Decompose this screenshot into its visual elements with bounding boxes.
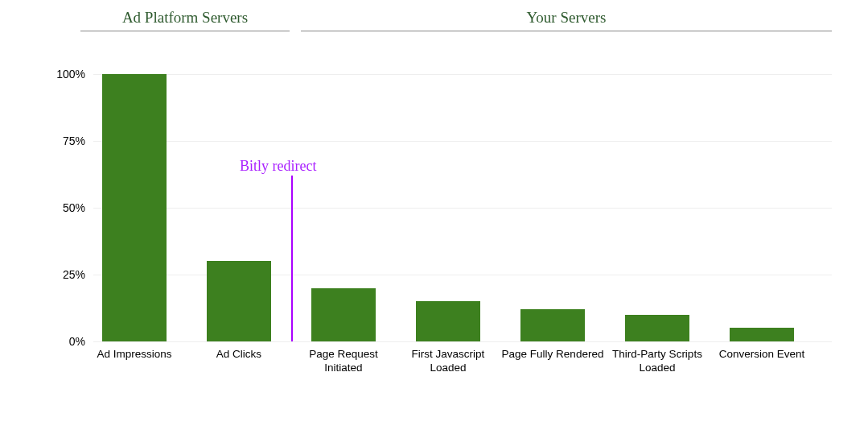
bar-first-js-loaded <box>416 301 480 341</box>
y-tick-100: 100% <box>37 68 85 81</box>
annotation-bitly-line <box>291 176 293 341</box>
funnel-bar-chart: Ad Platform Servers Your Servers 100% 75… <box>0 0 868 430</box>
gridline-75 <box>93 141 832 142</box>
y-tick-0: 0% <box>37 335 85 348</box>
bar-conversion-event <box>730 328 794 341</box>
bar-ad-clicks <box>207 261 271 341</box>
group-underline-ad-platform <box>80 31 290 31</box>
group-label-your-servers: Your Servers <box>301 5 832 31</box>
x-label-ad-impressions: Ad Impressions <box>82 348 187 362</box>
gridline-0 <box>93 341 832 342</box>
y-tick-75: 75% <box>37 134 85 147</box>
bar-page-fully-rendered <box>520 309 585 341</box>
gridline-100 <box>93 74 832 75</box>
bar-third-party-scripts <box>625 315 689 341</box>
x-label-third-party: Third-Party Scripts Loaded <box>605 348 710 375</box>
x-label-conversion: Conversion Event <box>710 348 814 362</box>
bar-ad-impressions <box>102 74 167 341</box>
x-label-ad-clicks: Ad Clicks <box>187 348 291 362</box>
x-label-page-request: Page Request Initiated <box>291 348 396 375</box>
y-tick-25: 25% <box>37 268 85 281</box>
gridline-25 <box>93 275 832 275</box>
bar-page-request <box>311 288 376 341</box>
x-label-first-js: First Javascript Loaded <box>396 348 500 375</box>
y-tick-50: 50% <box>37 201 85 214</box>
group-underline-your-servers <box>301 31 832 31</box>
group-label-ad-platform: Ad Platform Servers <box>80 5 290 31</box>
annotation-bitly-text: Bitly redirect <box>240 158 316 175</box>
x-label-page-fully-rendered: Page Fully Rendered <box>500 348 605 362</box>
gridline-50 <box>93 208 832 209</box>
